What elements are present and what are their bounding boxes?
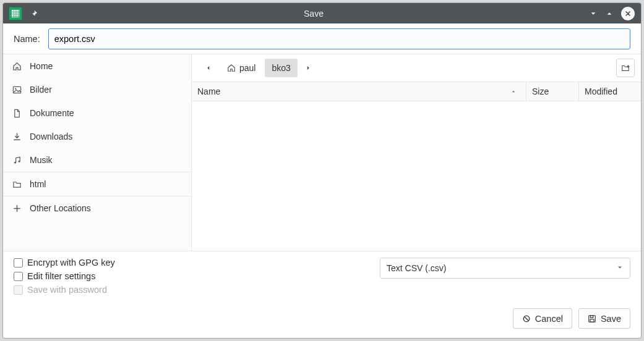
- image-icon: [12, 85, 22, 95]
- column-modified[interactable]: Modified: [579, 82, 641, 101]
- breadcrumb-bko3[interactable]: bko3: [265, 59, 297, 77]
- save-icon: [588, 314, 596, 323]
- filter-settings-checkbox[interactable]: Edit filter settings: [14, 271, 115, 281]
- sidebar-item-home[interactable]: Home: [3, 54, 191, 78]
- places-sidebar: Home Bilder Dokumente Downloads Musik: [3, 54, 192, 251]
- home-icon: [227, 64, 236, 72]
- save-button[interactable]: Save: [578, 308, 630, 329]
- file-list[interactable]: [192, 101, 641, 251]
- pin-icon[interactable]: [30, 9, 38, 18]
- sidebar-item-label: Home: [30, 61, 53, 71]
- path-bar: paul bko3: [192, 54, 641, 82]
- sidebar-item-label: Downloads: [30, 132, 72, 141]
- chevron-down-icon: [616, 263, 624, 273]
- sidebar-item-documents[interactable]: Dokumente: [3, 101, 191, 125]
- sidebar-item-label: Other Locations: [30, 203, 91, 213]
- maximize-button[interactable]: [605, 9, 614, 18]
- file-type-selected: Text CSV (.csv): [387, 263, 446, 273]
- app-icon: [9, 7, 22, 20]
- file-type-select[interactable]: Text CSV (.csv): [380, 258, 630, 279]
- new-folder-button[interactable]: [616, 59, 635, 77]
- file-browser: paul bko3 Name: [192, 54, 641, 251]
- sidebar-item-label: Bilder: [30, 85, 52, 95]
- encrypt-checkbox[interactable]: Encrypt with GPG key: [14, 258, 115, 267]
- file-list-header: Name Size Modified: [192, 82, 641, 101]
- sidebar-item-pictures[interactable]: Bilder: [3, 78, 191, 101]
- path-forward-button[interactable]: [300, 60, 316, 76]
- cancel-button[interactable]: Cancel: [513, 308, 572, 329]
- sort-ascending-icon: [510, 86, 517, 96]
- home-icon: [12, 62, 22, 71]
- folder-icon: [12, 180, 22, 189]
- column-name[interactable]: Name: [192, 82, 526, 101]
- plus-icon: [12, 204, 22, 213]
- checkbox-disabled-icon: [14, 285, 23, 295]
- save-dialog: Save Name: Home Bilder: [2, 2, 642, 339]
- filename-label: Name:: [14, 34, 40, 44]
- sidebar-item-html[interactable]: html: [3, 172, 191, 196]
- save-password-checkbox: Save with password: [14, 285, 115, 295]
- path-back-button[interactable]: [200, 60, 217, 76]
- music-icon: [12, 156, 22, 165]
- sidebar-item-label: Musik: [30, 155, 53, 165]
- column-size[interactable]: Size: [526, 82, 579, 101]
- breadcrumb-label: paul: [239, 63, 255, 73]
- download-icon: [12, 132, 22, 141]
- titlebar: Save: [3, 3, 641, 23]
- cancel-icon: [522, 314, 531, 323]
- sidebar-item-downloads[interactable]: Downloads: [3, 125, 191, 148]
- filename-input[interactable]: [48, 28, 630, 49]
- dialog-footer: Cancel Save: [3, 305, 641, 338]
- sidebar-item-other-locations[interactable]: Other Locations: [3, 196, 191, 220]
- filename-row: Name:: [3, 23, 641, 54]
- minimize-button[interactable]: [589, 9, 598, 18]
- window-title: Save: [38, 9, 589, 19]
- sidebar-item-label: Dokumente: [30, 108, 74, 118]
- document-icon: [12, 109, 22, 118]
- options-row: Encrypt with GPG key Edit filter setting…: [3, 251, 641, 305]
- breadcrumb-paul[interactable]: paul: [220, 59, 262, 77]
- breadcrumb-label: bko3: [272, 63, 290, 73]
- sidebar-item-label: html: [30, 179, 46, 189]
- close-button[interactable]: [621, 7, 635, 20]
- sidebar-item-music[interactable]: Musik: [3, 148, 191, 172]
